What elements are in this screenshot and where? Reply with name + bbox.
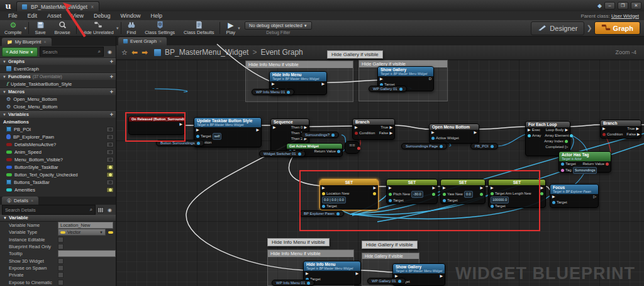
eye-closed-icon[interactable] [106, 134, 114, 140]
output-pin[interactable] [440, 145, 443, 148]
array-index-pin[interactable] [565, 140, 568, 143]
target-pin[interactable] [491, 205, 494, 208]
eye-closed-icon[interactable] [106, 157, 114, 163]
variable-item[interactable]: DetailsMenuActive? [0, 140, 116, 148]
my-blueprint-tab-close-icon[interactable]: × [43, 40, 46, 44]
node-set-pitch-new[interactable]: SET ▶▶ Pitch New-30.0 Target [386, 179, 438, 204]
breadcrumb-leaf[interactable]: Event Graph [260, 48, 303, 57]
variable-pill-wp-info-menu[interactable]: WP Info Menu 01 [272, 280, 314, 286]
variable-pill-button-surroundings[interactable]: Button Surroundings [156, 140, 204, 146]
node-equals[interactable]: == [345, 141, 360, 154]
node-focus[interactable]: FocusTarget is BP Explorer Pawn ▶▷ Targe… [550, 184, 599, 208]
result-pin[interactable] [357, 147, 360, 150]
expose-on-spawn-checkbox[interactable] [58, 265, 64, 271]
node-actor-has-tag[interactable]: Actor Has TagTarget is Actor TargetRetur… [558, 151, 611, 173]
node-on-released-event[interactable]: On Released (Button_Surroundings) ▶ [128, 116, 185, 135]
eye-open-icon[interactable] [106, 187, 114, 193]
eye-open-icon[interactable] [106, 164, 114, 170]
variable-pill-pb-poi[interactable]: PB_POI [470, 143, 498, 149]
my-blueprint-search-input[interactable]: Search ⌕ [40, 47, 104, 57]
menu-view[interactable]: View [67, 13, 88, 19]
class-defaults-button[interactable]: Class Defaults [179, 20, 218, 36]
value-input[interactable]: -30.0 [411, 191, 423, 198]
vector-value-input[interactable]: 0.0 | 0.0 | 0.0 [322, 197, 346, 203]
eye-closed-icon[interactable] [106, 149, 114, 155]
graph-mode-button[interactable]: Graph [594, 21, 640, 35]
output-pin[interactable] [197, 142, 200, 145]
variable-category[interactable]: Animations [0, 118, 116, 125]
target-pin[interactable] [552, 201, 555, 204]
details-section-variable[interactable]: ▼ Variable [0, 215, 116, 222]
hide-unrelated-button[interactable]: Hide Unrelated [78, 20, 118, 36]
section-functions[interactable]: ▼ Functions (37 Overridable) + [0, 72, 116, 80]
tab-my-blueprint[interactable]: 📁 My Blueprint × [2, 38, 52, 46]
breadcrumb-root[interactable]: BP_MasterMenu_Widget [165, 48, 248, 57]
details-tab-close-icon[interactable]: × [31, 198, 33, 203]
output-pin[interactable] [307, 282, 310, 285]
variable-pill-surroundings-page[interactable]: Surroundings Page [401, 143, 447, 149]
node-branch-2[interactable]: Branch ▶True▶ ConditionFalse▶ [600, 120, 641, 139]
menu-file[interactable]: File [4, 13, 22, 19]
menu-debug[interactable]: Debug [89, 13, 115, 19]
variable-item[interactable]: Menu_Bottom_Visible? [0, 156, 116, 163]
return-pin[interactable] [337, 150, 340, 153]
variable-item[interactable]: Amenities [0, 186, 116, 193]
play-dropdown-icon[interactable]: ▼ [237, 26, 241, 30]
node-set-target-arm-length[interactable]: SET ▶▶ Target Arm Length New 100000.0 Ta… [488, 179, 546, 208]
tab-details[interactable]: 🛈 Details × [2, 197, 38, 205]
output-pin[interactable] [287, 91, 290, 94]
details-visibility-icon[interactable]: ◉ [106, 207, 114, 213]
target-pin[interactable] [561, 163, 564, 166]
expose-to-cinematic-checkbox[interactable] [58, 280, 64, 285]
target-pin[interactable] [389, 199, 392, 202]
variable-pill-bp-explorer-pawn[interactable]: BP Explorer Pawn [299, 210, 344, 217]
condition-pin[interactable] [602, 133, 606, 136]
event-graph-tab-close-icon[interactable]: × [159, 39, 162, 43]
variable-item[interactable]: BP_Explorer_Pawn [0, 133, 116, 140]
compile-dropdown-icon[interactable]: ▼ [24, 26, 28, 30]
menu-edit[interactable]: Edit [23, 13, 42, 19]
debug-object-select[interactable]: No debug object selected ▼ [245, 21, 312, 30]
maximize-button[interactable]: ❐ [618, 2, 628, 9]
menu-help[interactable]: Help [146, 13, 167, 19]
variable-pill-surroundings[interactable]: Surroundings? [301, 132, 339, 138]
variable-item[interactable]: PB_POI [0, 125, 116, 133]
show-3d-widget-checkbox[interactable] [58, 258, 64, 264]
output-pin[interactable] [336, 212, 340, 215]
node-open-menu-bottom[interactable]: Open Menu Bottom ▶▶ Active Widget [429, 123, 479, 144]
visibility-filter-icon[interactable]: ◉ [106, 49, 114, 55]
property-matrix-icon[interactable] [97, 207, 104, 213]
condition-pin[interactable] [355, 132, 358, 135]
private-checkbox[interactable] [58, 272, 64, 278]
nav-back-icon[interactable]: ⬅ [131, 48, 138, 57]
output-pin[interactable] [298, 152, 301, 156]
graph-item-eventgraph[interactable]: EventGraph [0, 65, 116, 72]
variable-item[interactable]: Buttons_TaskBar [0, 178, 116, 186]
variable-pill-widget-switcher[interactable]: Widget Switcher 01 [259, 151, 306, 157]
return-pin[interactable] [606, 163, 609, 166]
section-macros[interactable]: ▼ Macros + [0, 88, 116, 95]
instance-editable-checkbox[interactable] [58, 237, 64, 243]
output-pin[interactable] [373, 192, 376, 195]
menu-asset[interactable]: Asset [43, 13, 66, 19]
location-pin[interactable] [322, 192, 325, 195]
output-pin[interactable] [331, 134, 335, 137]
close-button[interactable]: ✕ [631, 2, 641, 9]
section-graphs[interactable]: ▼ Graphs + [0, 57, 116, 65]
node-set-yaw-new[interactable]: SET ▶▶ Yaw New0.0 Target [440, 179, 486, 204]
array-element-pin[interactable] [570, 134, 573, 137]
blueprint-read-only-checkbox[interactable] [58, 244, 64, 249]
node-branch-1[interactable]: Branch ▶True▶ ConditionFalse▶ [352, 118, 395, 140]
eye-closed-icon[interactable] [106, 142, 114, 147]
variable-item[interactable]: ButtonStyle_TaskBar [0, 163, 116, 171]
value-input[interactable]: 100000.0 [491, 197, 509, 203]
details-search-input[interactable]: Search Details ⌕ [2, 205, 96, 215]
target-pin[interactable] [443, 199, 446, 202]
variable-item[interactable]: Anim_Speed [0, 148, 116, 156]
eye-closed-icon[interactable] [106, 127, 114, 132]
output-pin[interactable] [491, 145, 494, 148]
compile-button[interactable]: ⚙ Compile [0, 20, 26, 36]
output-pin[interactable] [540, 192, 543, 195]
active-widget-pin[interactable] [431, 137, 435, 140]
output-pin[interactable] [399, 88, 402, 91]
